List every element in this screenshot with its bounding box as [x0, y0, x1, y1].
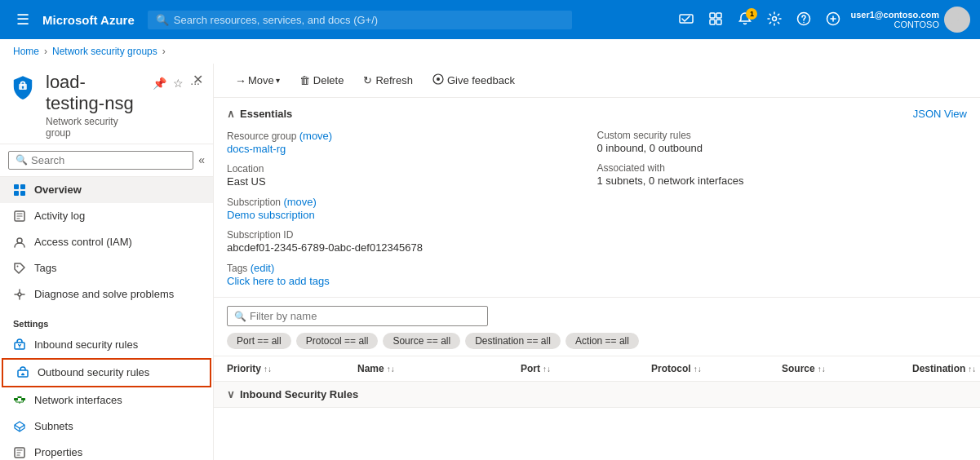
essentials-tags-value[interactable]: Click here to add tags — [227, 275, 330, 287]
sidebar-item-network-interfaces-label: Network interfaces — [34, 394, 122, 406]
resource-header: load-testing-nsg Network security group … — [0, 64, 213, 144]
essentials-grid: Resource group (move) docs-malt-rg Locat… — [227, 130, 967, 287]
essentials-header: ∧ Essentials JSON View — [227, 108, 967, 120]
sidebar-item-overview[interactable]: Overview — [0, 177, 213, 203]
sidebar-search-input[interactable] — [31, 154, 186, 166]
delete-icon: 🗑 — [299, 74, 310, 86]
sidebar-item-outbound[interactable]: Outbound security rules — [2, 358, 211, 387]
activity-log-icon — [13, 210, 26, 223]
search-input[interactable] — [174, 14, 564, 26]
sidebar-item-tags-label: Tags — [34, 262, 56, 274]
svg-rect-15 — [20, 184, 25, 189]
collapse-sidebar-icon[interactable]: « — [198, 153, 205, 166]
feedback-button[interactable]: Give feedback — [424, 70, 523, 91]
svg-point-19 — [17, 238, 22, 243]
cloud-shell-icon[interactable] — [674, 8, 698, 32]
json-view-link[interactable]: JSON View — [913, 108, 967, 120]
feedback-icon[interactable] — [821, 8, 845, 32]
essentials-location-value: East US — [227, 175, 597, 188]
move-icon: → — [235, 74, 246, 87]
essentials-location-label: Location — [227, 163, 597, 175]
filter-chip-protocol[interactable]: Protocol == all — [296, 333, 379, 349]
sidebar-item-diagnose[interactable]: Diagnose and solve problems — [0, 281, 213, 307]
essentials-subscription-value[interactable]: Demo subscription — [227, 209, 315, 221]
essentials-custom-rules: Custom security rules 0 inbound, 0 outbo… — [597, 130, 968, 154]
network-interfaces-icon — [13, 394, 26, 407]
svg-point-31 — [437, 77, 440, 81]
filter-chip-port[interactable]: Port == all — [227, 333, 291, 349]
sidebar-item-network-interfaces[interactable]: Network interfaces — [0, 387, 213, 414]
tags-edit-link[interactable]: (edit) — [251, 262, 275, 274]
resource-group-value[interactable]: docs-malt-rg — [227, 143, 286, 155]
sidebar-item-subnets[interactable]: Subnets — [0, 414, 213, 440]
inbound-section-chevron[interactable]: ∨ — [227, 388, 235, 400]
col-port[interactable]: Port ↑↓ — [521, 363, 651, 374]
user-info[interactable]: user1@contoso.com CONTOSO — [850, 10, 939, 29]
sidebar: load-testing-nsg Network security group … — [0, 64, 214, 460]
inbound-section-label: Inbound Security Rules — [240, 388, 358, 400]
sidebar-item-tags[interactable]: Tags — [0, 255, 213, 281]
col-priority-sort-icon: ↑↓ — [264, 365, 272, 374]
sidebar-item-activity-log[interactable]: Activity log — [0, 203, 213, 229]
col-source[interactable]: Source ↑↓ — [782, 363, 912, 374]
filter-chip-destination[interactable]: Destination == all — [465, 333, 561, 349]
breadcrumb-home[interactable]: Home — [13, 46, 39, 57]
essentials-custom-rules-label: Custom security rules — [597, 130, 968, 141]
tags-icon — [13, 262, 26, 275]
subscription-move-link[interactable]: (move) — [283, 196, 316, 208]
notification-badge: 1 — [746, 8, 757, 20]
close-icon[interactable]: ✕ — [193, 72, 203, 87]
col-destination-sort-icon: ↑↓ — [968, 365, 976, 374]
filter-chip-action[interactable]: Action == all — [565, 333, 639, 349]
svg-rect-14 — [14, 184, 19, 189]
sidebar-item-activity-log-label: Activity log — [34, 210, 85, 222]
col-destination[interactable]: Destination ↑↓ — [912, 363, 976, 374]
refresh-button[interactable]: ↻ Refresh — [355, 71, 421, 90]
subnets-icon — [13, 420, 26, 433]
breadcrumb-nsg[interactable]: Network security groups — [52, 46, 157, 57]
svg-rect-4 — [716, 20, 721, 24]
pin-icon[interactable]: 📌 — [153, 77, 166, 90]
svg-rect-2 — [716, 13, 721, 18]
sidebar-item-access-control-label: Access control (IAM) — [34, 236, 132, 248]
breadcrumb-sep-1: › — [44, 46, 47, 57]
global-search[interactable]: 🔍 — [148, 11, 572, 29]
svg-rect-3 — [710, 20, 715, 24]
delete-button[interactable]: 🗑 Delete — [291, 71, 353, 90]
sidebar-item-diagnose-label: Diagnose and solve problems — [34, 288, 174, 300]
sidebar-item-properties[interactable]: Properties — [0, 440, 213, 460]
portal-icon[interactable] — [703, 8, 728, 32]
access-control-icon — [13, 236, 26, 249]
hamburger-menu[interactable]: ☰ — [10, 7, 36, 32]
col-name[interactable]: Name ↑↓ — [357, 363, 521, 374]
notifications-icon[interactable]: 1 — [733, 8, 757, 32]
filter-search[interactable]: 🔍 — [227, 306, 488, 326]
essentials-subscription: Subscription (move) Demo subscription — [227, 196, 597, 221]
svg-rect-16 — [14, 191, 19, 196]
filter-chip-source[interactable]: Source == all — [383, 333, 460, 349]
favorite-icon[interactable]: ☆ — [173, 77, 184, 90]
col-protocol[interactable]: Protocol ↑↓ — [651, 363, 782, 374]
avatar[interactable] — [944, 7, 970, 33]
app-logo: Microsoft Azure — [42, 13, 135, 27]
col-protocol-label: Protocol — [651, 363, 691, 374]
table-header: Priority ↑↓ Name ↑↓ Port ↑↓ Protocol ↑↓ … — [214, 356, 980, 382]
diagnose-icon — [13, 288, 26, 301]
essentials-subscription-id-value: abcdef01-2345-6789-0abc-def012345678 — [227, 241, 597, 254]
essentials-toggle-icon[interactable]: ∧ — [227, 108, 235, 120]
sidebar-item-access-control[interactable]: Access control (IAM) — [0, 229, 213, 255]
essentials-title: ∧ Essentials — [227, 108, 292, 120]
sidebar-item-inbound[interactable]: Inbound security rules — [0, 332, 213, 358]
filter-name-input[interactable] — [250, 310, 481, 322]
settings-icon[interactable] — [762, 8, 787, 32]
sidebar-search[interactable]: 🔍 — [8, 151, 193, 170]
col-port-sort-icon: ↑↓ — [543, 365, 551, 374]
col-destination-label: Destination — [912, 363, 965, 374]
help-icon[interactable] — [792, 8, 816, 32]
resource-icon — [8, 72, 38, 101]
col-priority[interactable]: Priority ↑↓ — [227, 363, 357, 374]
svg-rect-17 — [20, 191, 25, 196]
resource-group-move-link[interactable]: (move) — [299, 130, 332, 142]
move-button[interactable]: → Move ▾ — [227, 71, 288, 91]
svg-point-9 — [954, 13, 960, 20]
